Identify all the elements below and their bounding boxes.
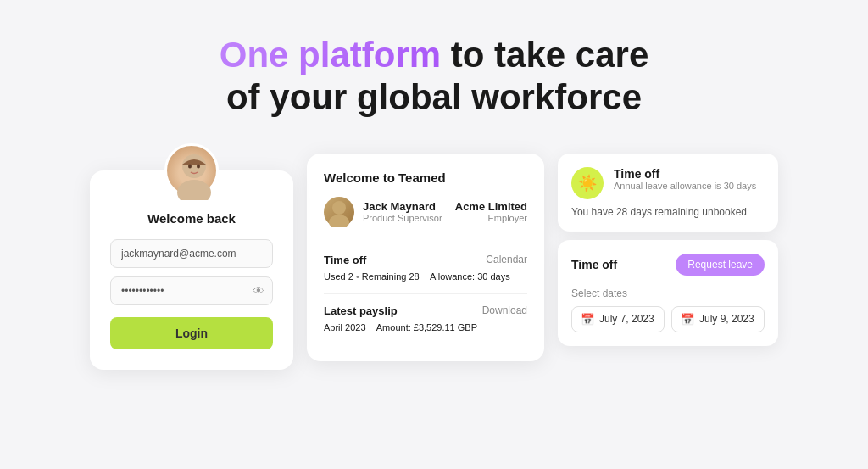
time-off-remaining: You have 28 days remaining unbooked	[571, 206, 765, 218]
svg-point-30	[188, 164, 192, 168]
request-leave-card: Time off Request leave Select dates 📅 Ju…	[558, 240, 778, 346]
company-label: Employer	[455, 213, 527, 223]
divider-2	[324, 293, 527, 294]
time-off-text: Time off Annual leave allowance is 30 da…	[614, 167, 756, 191]
email-input[interactable]	[110, 239, 273, 268]
login-avatar	[164, 143, 219, 198]
user-avatar	[324, 197, 354, 227]
svg-point-33	[329, 215, 349, 227]
company-name: Acme Limited	[455, 200, 527, 213]
time-off-top: ☀️ Time off Annual leave allowance is 30…	[571, 167, 765, 199]
date-from-value: July 7, 2023	[599, 313, 654, 325]
calendar-link[interactable]: Calendar	[486, 254, 527, 265]
eye-icon[interactable]: 👁	[253, 284, 264, 298]
user-info: Jack Maynard Product Supervisor Acme Lim…	[324, 197, 527, 227]
request-row: Time off Request leave	[571, 254, 765, 276]
headline-highlight: One platform	[220, 35, 441, 75]
user-details: Jack Maynard Product Supervisor	[363, 200, 447, 223]
time-off-row: Time off Calendar	[324, 254, 527, 266]
right-cards: ☀️ Time off Annual leave allowance is 30…	[558, 154, 778, 346]
svg-point-31	[197, 164, 200, 168]
date-to-value: July 9, 2023	[699, 313, 754, 325]
calendar-icon-from: 📅	[581, 313, 594, 326]
time-off-label: Time off	[324, 254, 366, 266]
time-off-card-title: Time off	[614, 167, 756, 181]
request-leave-button[interactable]: Request leave	[676, 254, 765, 276]
login-button[interactable]: Login	[110, 317, 273, 349]
sun-icon-wrapper: ☀️	[571, 167, 604, 199]
time-off-sub: Used 2 • Remaining 28 Allowance: 30 days	[324, 271, 527, 282]
svg-point-32	[332, 201, 346, 215]
date-to-chip[interactable]: 📅 July 9, 2023	[671, 306, 765, 332]
payslip-sub: April 2023 Amount: £3,529.11 GBP	[324, 322, 527, 332]
divider-1	[324, 243, 527, 243]
cards-row: Welcome back 👁 Login Welcome to Teamed J	[90, 154, 778, 370]
svg-point-29	[177, 180, 211, 200]
user-role: Product Supervisor	[363, 213, 447, 223]
login-card: Welcome back 👁 Login	[90, 170, 293, 370]
select-dates-label: Select dates	[571, 288, 765, 299]
request-card-title: Time off	[571, 258, 617, 271]
svg-point-28	[182, 154, 206, 178]
date-from-chip[interactable]: 📅 July 7, 2023	[571, 306, 665, 332]
time-off-allowance: Annual leave allowance is 30 days	[614, 181, 756, 191]
hero-section: One platform to take care of your global…	[0, 0, 868, 469]
user-name: Jack Maynard	[363, 200, 447, 213]
dates-row: 📅 July 7, 2023 📅 July 9, 2023	[571, 306, 765, 332]
download-link[interactable]: Download	[482, 304, 527, 316]
time-off-info-card: ☀️ Time off Annual leave allowance is 30…	[558, 154, 778, 232]
payslip-row: Latest payslip Download	[324, 304, 527, 317]
calendar-icon-to: 📅	[681, 313, 694, 326]
welcome-card-title: Welcome to Teamed	[324, 170, 527, 185]
password-wrapper: 👁	[110, 276, 273, 305]
password-input[interactable]	[110, 276, 273, 305]
user-company: Acme Limited Employer	[455, 200, 527, 223]
login-card-title: Welcome back	[147, 211, 236, 226]
sun-icon: ☀️	[578, 174, 597, 193]
headline: One platform to take care of your global…	[220, 34, 649, 120]
payslip-label: Latest payslip	[324, 304, 398, 317]
welcome-card: Welcome to Teamed Jack Maynard Product S…	[307, 154, 544, 361]
